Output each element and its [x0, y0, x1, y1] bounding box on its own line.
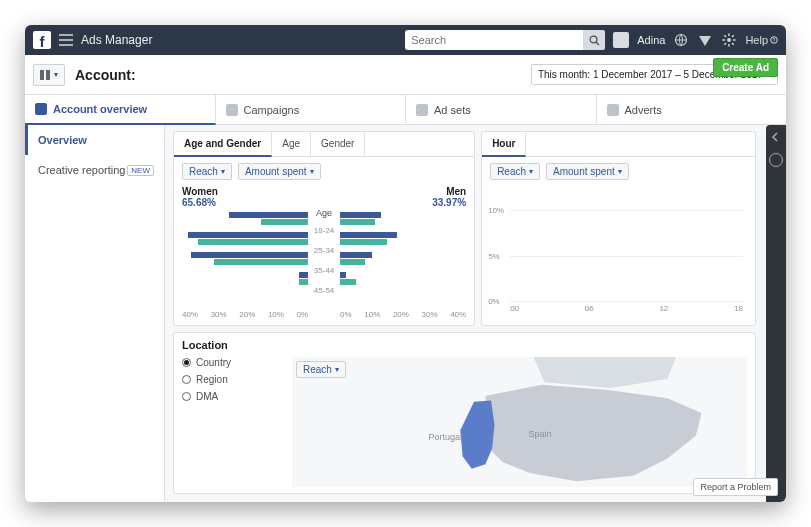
- tab-campaigns[interactable]: Campaigns: [216, 95, 407, 124]
- svg-line-1: [596, 42, 599, 45]
- notifications-icon[interactable]: [697, 32, 713, 48]
- tab-ad-sets[interactable]: Ad sets: [406, 95, 597, 124]
- adsets-icon: [416, 104, 428, 116]
- account-row: Create Ad ▾ Account: This month: 1 Decem…: [25, 55, 786, 95]
- subtab-age[interactable]: Age: [272, 132, 311, 156]
- location-opt-region[interactable]: Region: [182, 374, 282, 385]
- tab-account-overview[interactable]: Account overview: [25, 95, 216, 125]
- map-label-spain: Spain: [529, 429, 552, 439]
- right-rail: [766, 125, 786, 502]
- svg-line-9: [732, 43, 734, 45]
- age-gender-card: Age and Gender Age Gender Reach▾ Amount …: [173, 131, 475, 326]
- svg-line-10: [732, 35, 734, 37]
- caret-down-icon: ▾: [618, 167, 622, 176]
- activity-history-icon[interactable]: [769, 153, 783, 167]
- svg-line-11: [725, 43, 727, 45]
- caret-down-icon: ▾: [310, 167, 314, 176]
- subtab-age-and-gender[interactable]: Age and Gender: [174, 132, 272, 157]
- map-region-portugal: [460, 401, 494, 469]
- leftnav-overview[interactable]: Overview: [25, 125, 164, 155]
- columns-button[interactable]: ▾: [33, 64, 65, 86]
- left-nav: Overview Creative reporting NEW: [25, 125, 165, 502]
- caret-down-icon: ▾: [335, 365, 339, 374]
- location-opt-dma[interactable]: DMA: [182, 391, 282, 402]
- campaigns-icon: [226, 104, 238, 116]
- radio-icon: [182, 392, 191, 401]
- caret-down-icon: ▾: [54, 70, 58, 79]
- columns-icon: [40, 70, 50, 80]
- hour-card: Hour Reach▾ Amount spent▾ 0%5%10% 000612…: [481, 131, 756, 326]
- business-icon[interactable]: [673, 32, 689, 48]
- radio-icon: [182, 375, 191, 384]
- caret-down-icon: ▾: [221, 167, 225, 176]
- overview-icon: [35, 103, 47, 115]
- location-metric-dropdown[interactable]: Reach▾: [296, 361, 346, 378]
- map-region-spain: [485, 385, 701, 482]
- leftnav-creative-reporting[interactable]: Creative reporting NEW: [25, 155, 164, 185]
- svg-point-3: [727, 38, 731, 42]
- svg-rect-15: [46, 70, 50, 80]
- subtab-gender[interactable]: Gender: [311, 132, 365, 156]
- main-tabs: Account overview Campaigns Ad sets Adver…: [25, 95, 786, 125]
- app-title: Ads Manager: [81, 33, 152, 47]
- menu-icon[interactable]: [59, 34, 73, 46]
- svg-rect-14: [40, 70, 44, 80]
- help-link[interactable]: Help ?: [745, 34, 778, 46]
- settings-gear-icon[interactable]: [721, 32, 737, 48]
- search-box[interactable]: [405, 30, 605, 50]
- men-percent: 33.97%: [432, 197, 466, 208]
- facebook-logo-icon[interactable]: f: [33, 31, 51, 49]
- svg-line-8: [725, 35, 727, 37]
- avatar[interactable]: [613, 32, 629, 48]
- account-label: Account:: [75, 67, 136, 83]
- subtab-hour[interactable]: Hour: [482, 132, 526, 157]
- men-label: Men: [432, 186, 466, 197]
- global-top-bar: f Ads Manager Adina Help ?: [25, 25, 786, 55]
- women-label: Women: [182, 186, 218, 197]
- location-title: Location: [182, 339, 747, 351]
- map-label-portugal: Portugal: [429, 432, 463, 442]
- username[interactable]: Adina: [637, 34, 665, 46]
- search-icon[interactable]: [583, 30, 605, 50]
- adverts-icon: [607, 104, 619, 116]
- hour-metric-reach-dropdown[interactable]: Reach▾: [490, 163, 540, 180]
- women-percent: 65.68%: [182, 197, 218, 208]
- report-problem-button[interactable]: Report a Problem: [693, 478, 778, 496]
- location-map[interactable]: Reach▾ Portugal Spain: [292, 357, 747, 487]
- map-region-other: [531, 357, 679, 388]
- svg-text:?: ?: [773, 37, 776, 43]
- tab-adverts[interactable]: Adverts: [597, 95, 787, 124]
- metric-amount-spent-dropdown[interactable]: Amount spent▾: [238, 163, 321, 180]
- location-opt-country[interactable]: Country: [182, 357, 282, 368]
- radio-icon: [182, 358, 191, 367]
- create-ad-button[interactable]: Create Ad: [713, 58, 778, 77]
- new-badge: NEW: [127, 165, 154, 176]
- location-card: Location Country Region DMA Reach▾: [173, 332, 756, 494]
- hour-metric-amount-spent-dropdown[interactable]: Amount spent▾: [546, 163, 629, 180]
- svg-point-0: [590, 36, 597, 43]
- search-input[interactable]: [405, 34, 583, 46]
- metric-reach-dropdown[interactable]: Reach▾: [182, 163, 232, 180]
- collapse-rail-icon[interactable]: [769, 131, 783, 145]
- caret-down-icon: ▾: [529, 167, 533, 176]
